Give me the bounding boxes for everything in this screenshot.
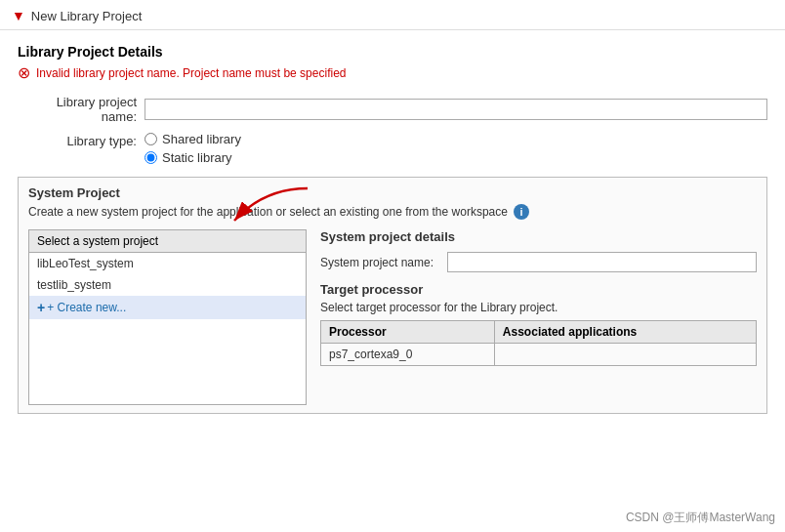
project-name-input[interactable] — [145, 99, 767, 120]
shared-library-label: Shared library — [162, 132, 241, 146]
error-message: Invalid library project name. Project na… — [36, 66, 346, 80]
processor-table: Processor Associated applications ps7_co… — [320, 320, 757, 366]
shared-library-radio[interactable] — [145, 133, 157, 145]
info-icon: i — [514, 204, 529, 220]
project-name-label: Library project name: — [18, 95, 145, 124]
sp-project-name-label: System project name: — [320, 256, 447, 269]
col-applications: Associated applications — [494, 321, 756, 344]
sp-project-name-input[interactable] — [447, 252, 757, 272]
static-library-radio[interactable] — [145, 151, 157, 164]
new-library-icon: ▼ — [12, 8, 25, 23]
col-processor: Processor — [321, 321, 495, 344]
plus-icon: + — [37, 300, 45, 315]
error-icon: ⊗ — [18, 65, 30, 81]
target-processor-header: Target processor — [320, 282, 757, 297]
list-item[interactable]: testlib_system — [29, 274, 306, 296]
title-bar-text: New Library Project — [31, 9, 142, 23]
list-header: Select a system project — [29, 230, 306, 253]
system-project-desc-text: Create a new system project for the appl… — [28, 205, 508, 219]
system-project-header: System Project — [28, 185, 757, 200]
target-processor-desc: Select target processor for the Library … — [320, 301, 757, 314]
applications-cell — [494, 344, 756, 366]
create-new-item[interactable]: + + Create new... — [29, 296, 306, 319]
static-library-label: Static library — [162, 150, 232, 165]
processor-cell: ps7_cortexa9_0 — [321, 344, 495, 366]
table-row[interactable]: ps7_cortexa9_0 — [321, 344, 757, 366]
create-new-label: + Create new... — [47, 301, 126, 314]
list-item[interactable]: libLeoTest_system — [29, 253, 306, 274]
sp-details-header: System project details — [320, 229, 757, 244]
library-type-label: Library type: — [18, 132, 145, 148]
section-title: Library Project Details — [18, 44, 767, 60]
